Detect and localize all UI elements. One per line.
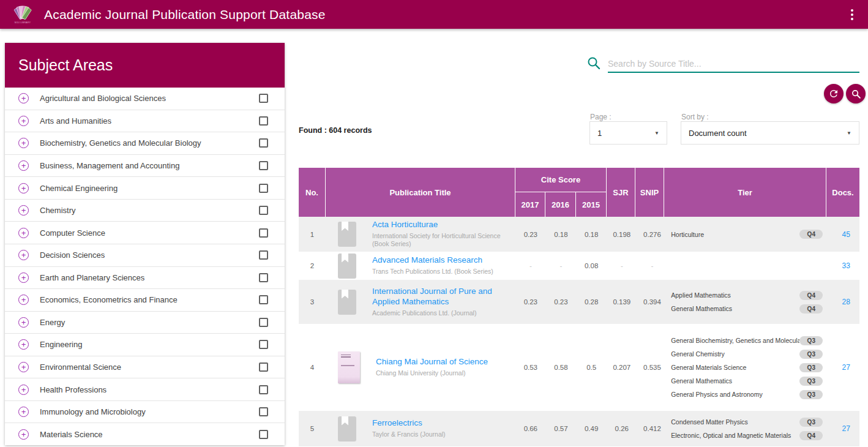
tier-quartile-badge: Q3 — [799, 377, 823, 386]
subject-checkbox[interactable] — [259, 273, 268, 282]
sidebar-subject-item[interactable]: Agricultural and Biological Sciences — [5, 88, 285, 110]
subject-checkbox[interactable] — [259, 228, 268, 238]
subject-checkbox[interactable] — [259, 430, 268, 439]
sidebar-subject-item[interactable]: Engineering — [5, 333, 285, 356]
docs-count-link[interactable]: 28 — [842, 298, 850, 306]
sidebar-subject-item[interactable]: Computer Science — [5, 221, 285, 244]
row-number: 1 — [299, 217, 326, 252]
subject-checkbox[interactable] — [259, 161, 268, 170]
tier-entry: Condensed Matter Physics Q3 — [667, 418, 829, 427]
expand-plus-icon[interactable] — [18, 93, 29, 103]
subject-label: Business, Management and Accounting — [40, 161, 259, 170]
sidebar-subject-item[interactable]: Arts and Humanities — [5, 110, 285, 132]
header-cite-score: Cite Score — [515, 168, 606, 192]
search-input[interactable] — [608, 55, 859, 73]
search-submit-button[interactable] — [846, 84, 866, 103]
tier-entry: General Chemistry Q3 — [667, 350, 829, 359]
subject-label: Earth and Planetary Sciences — [40, 273, 259, 282]
publication-title-link[interactable]: Advanced Materials Research — [372, 255, 509, 266]
expand-plus-icon[interactable] — [18, 272, 29, 283]
sidebar-subject-item[interactable]: Decision Sciences — [5, 244, 285, 266]
page-select[interactable]: 1 ▼ — [589, 121, 667, 145]
subject-label: Energy — [40, 318, 259, 327]
sidebar-subject-item[interactable]: Biochemistry, Genetics and Molecular Bio… — [5, 132, 285, 154]
sidebar-subject-item[interactable]: Business, Management and Accounting — [5, 154, 285, 177]
expand-plus-icon[interactable] — [18, 160, 29, 171]
subject-areas-panel: Subject Areas Agricultural and Biologica… — [5, 43, 285, 445]
results-table: No. Publication Title Cite Score 2017 20… — [299, 168, 859, 447]
subject-label: Biochemistry, Genetics and Molecular Bio… — [40, 138, 259, 148]
subject-checkbox[interactable] — [259, 340, 268, 349]
subject-checkbox[interactable] — [259, 206, 268, 215]
tier-subject-label: General Mathematics — [671, 305, 799, 312]
kebab-menu-icon[interactable] — [845, 7, 859, 22]
publication-cell: Acta Horticulturae International Society… — [326, 217, 515, 252]
header-sjr: SJR — [607, 168, 635, 217]
subject-checkbox[interactable] — [259, 184, 268, 193]
subject-checkbox[interactable] — [259, 295, 268, 304]
sidebar-subject-item[interactable]: Chemical Engineering — [5, 176, 285, 199]
subject-checkbox[interactable] — [259, 407, 268, 416]
subject-checkbox[interactable] — [259, 138, 268, 148]
expand-plus-icon[interactable] — [18, 429, 29, 440]
subject-checkbox[interactable] — [259, 94, 268, 103]
header-snip: SNIP — [635, 168, 664, 217]
publication-title-link[interactable]: Chiang Mai Journal of Science — [376, 357, 509, 367]
row-number: 5 — [299, 411, 326, 446]
refresh-button[interactable] — [824, 84, 844, 103]
table-body: 1 Acta Horticulturae International Socie… — [299, 217, 859, 446]
sidebar-subject-item[interactable]: Materials Science — [5, 423, 285, 445]
subject-checkbox[interactable] — [259, 385, 268, 394]
expand-plus-icon[interactable] — [18, 295, 29, 305]
expand-plus-icon[interactable] — [18, 116, 29, 126]
expand-plus-icon[interactable] — [18, 205, 29, 216]
cite-score-2017: - — [515, 252, 546, 280]
expand-plus-icon[interactable] — [18, 183, 29, 193]
subject-checkbox[interactable] — [259, 318, 268, 327]
docs-count-link[interactable]: 45 — [842, 230, 850, 239]
expand-plus-icon[interactable] — [18, 138, 29, 148]
sidebar-subject-item[interactable]: Immunology and Microbiology — [5, 400, 285, 423]
page-select-value: 1 — [597, 129, 602, 138]
expand-plus-icon[interactable] — [18, 385, 29, 395]
sort-select-caret-icon: ▼ — [847, 130, 851, 136]
cite-score-2015: 0.08 — [576, 252, 607, 280]
subject-label: Computer Science — [40, 228, 259, 238]
docs-cell: 33 — [829, 252, 859, 280]
table-header-row: No. Publication Title Cite Score 2017 20… — [299, 168, 859, 217]
subject-checkbox[interactable] — [259, 362, 268, 372]
subject-label: Agricultural and Biological Sciences — [40, 94, 259, 103]
expand-plus-icon[interactable] — [18, 250, 29, 260]
sidebar-subject-item[interactable]: Environmental Science — [5, 356, 285, 378]
tier-quartile-badge: Q4 — [799, 431, 823, 440]
expand-plus-icon[interactable] — [18, 228, 29, 238]
page-select-caret-icon: ▼ — [654, 130, 659, 136]
tier-subject-label: Electronic, Optical and Magnetic Materia… — [671, 432, 799, 439]
publication-title-link[interactable]: International Journal of Pure and Applie… — [372, 287, 509, 307]
sort-by-select[interactable]: Document count ▼ — [681, 121, 859, 145]
tier-entry: General Physics and Astronomy Q3 — [667, 390, 829, 399]
sidebar-subject-item[interactable]: Earth and Planetary Sciences — [5, 266, 285, 289]
expand-plus-icon[interactable] — [18, 339, 29, 350]
expand-plus-icon[interactable] — [18, 407, 29, 417]
sidebar-subject-item[interactable]: Energy — [5, 311, 285, 334]
sidebar-subject-item[interactable]: Chemistry — [5, 199, 285, 222]
docs-count-link[interactable]: 27 — [842, 363, 850, 372]
sidebar-subject-item[interactable]: Economics, Econometrics and Finance — [5, 288, 285, 311]
expand-plus-icon[interactable] — [18, 317, 29, 328]
tier-cell — [667, 252, 829, 280]
docs-count-link[interactable]: 33 — [842, 261, 850, 270]
expand-plus-icon[interactable] — [18, 362, 29, 372]
header-no: No. — [299, 168, 326, 217]
publication-title-link[interactable]: Acta Horticulturae — [372, 220, 509, 230]
docs-count-link[interactable]: 27 — [842, 424, 850, 433]
subject-checkbox[interactable] — [259, 250, 268, 260]
sjr-value: 0.198 — [607, 217, 637, 252]
tier-quartile-badge: Q4 — [799, 291, 823, 300]
journal-thumbnail — [338, 254, 356, 279]
subject-checkbox[interactable] — [259, 116, 268, 126]
publication-title-link[interactable]: Ferroelectrics — [372, 418, 509, 429]
sidebar-subject-item[interactable]: Health Professions — [5, 378, 285, 400]
search-icon — [586, 56, 601, 70]
tier-entry: General Mathematics Q4 — [667, 304, 829, 314]
